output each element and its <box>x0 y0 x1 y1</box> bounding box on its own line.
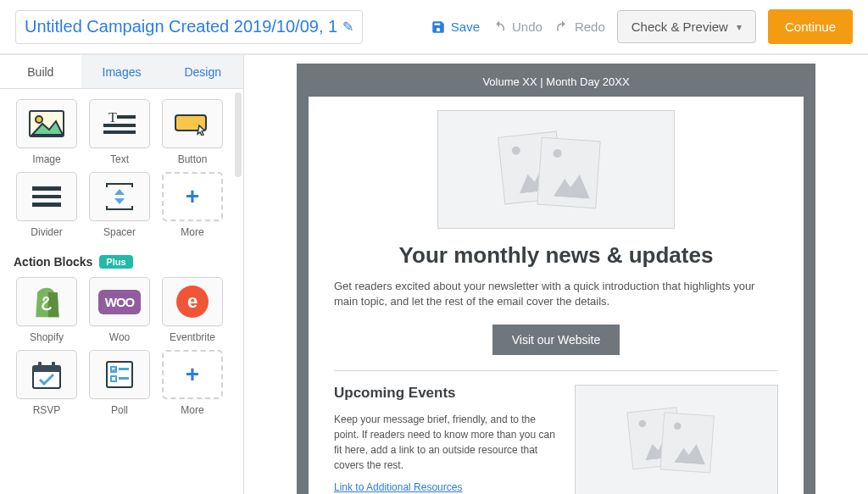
block-button-label: Button <box>178 153 208 165</box>
block-action-more[interactable]: + More <box>159 350 225 416</box>
content-blocks-grid: Image T Text <box>14 99 230 238</box>
placeholder-photos-icon <box>501 127 611 212</box>
newsletter-intro[interactable]: Get readers excited about your newslette… <box>334 279 778 309</box>
continue-button[interactable]: Continue <box>768 9 853 44</box>
two-column-section: Upcoming Events Keep your message brief,… <box>334 385 778 494</box>
rsvp-block-card[interactable] <box>16 350 77 399</box>
text-icon: T <box>102 110 137 137</box>
action-blocks-heading-text: Action Blocks <box>14 255 92 269</box>
image-block-card[interactable] <box>16 99 77 148</box>
redo-button[interactable]: Redo <box>554 19 605 35</box>
eventbrite-block-card[interactable]: e <box>162 277 223 326</box>
hero-image-placeholder[interactable] <box>437 110 675 229</box>
block-divider[interactable]: Divider <box>14 172 80 238</box>
main-area: Build Images Design Image <box>0 54 868 494</box>
svg-rect-7 <box>32 186 61 191</box>
image-icon <box>29 110 64 137</box>
block-more-label: More <box>181 226 203 238</box>
block-eventbrite[interactable]: e Eventbrite <box>159 277 225 343</box>
block-button[interactable]: Button <box>159 99 225 165</box>
save-button[interactable]: Save <box>431 19 480 35</box>
button-block-card[interactable] <box>162 99 223 148</box>
email-canvas[interactable]: Volume XX | Month Day 20XX Your monthly … <box>244 55 868 494</box>
block-eventbrite-label: Eventbrite <box>170 331 215 343</box>
campaign-title-text: Untitled Campaign Created 2019/10/09, 1 <box>25 17 337 36</box>
action-blocks-heading: Action Blocks Plus <box>14 255 230 269</box>
events-heading[interactable]: Upcoming Events <box>334 385 558 402</box>
action-blocks-grid: Shopify Woo Woo e Eventbrite <box>14 277 230 416</box>
text-block-card[interactable]: T <box>89 99 150 148</box>
events-column[interactable]: Upcoming Events Keep your message brief,… <box>334 385 558 494</box>
spacer-block-card[interactable] <box>89 172 150 221</box>
tab-images[interactable]: Images <box>81 55 163 88</box>
divider-block-card[interactable] <box>16 172 77 221</box>
save-label: Save <box>451 19 480 34</box>
save-icon <box>431 19 446 35</box>
block-action-more-label: More <box>181 404 203 416</box>
scrollbar[interactable] <box>235 92 242 177</box>
block-woo-label: Woo <box>109 331 130 343</box>
check-preview-label: Check & Preview <box>632 19 728 34</box>
svg-rect-20 <box>119 377 129 380</box>
block-image[interactable]: Image <box>14 99 80 165</box>
svg-rect-16 <box>107 362 132 387</box>
sidebar-tabs: Build Images Design <box>0 55 243 89</box>
email-frame: Volume XX | Month Day 20XX Your monthly … <box>297 64 815 494</box>
svg-point-1 <box>36 116 42 123</box>
block-more[interactable]: + More <box>159 172 225 238</box>
svg-rect-15 <box>52 362 55 369</box>
rsvp-icon <box>30 359 64 390</box>
placeholder-photos-icon <box>630 404 724 476</box>
undo-label: Undo <box>512 19 542 34</box>
events-image-placeholder[interactable] <box>575 385 778 494</box>
check-preview-button[interactable]: Check & Preview ▾ <box>617 10 756 43</box>
block-spacer-label: Spacer <box>103 226 136 238</box>
svg-rect-8 <box>32 195 61 198</box>
shopify-block-card[interactable] <box>16 277 77 326</box>
top-toolbar: Untitled Campaign Created 2019/10/09, 1 … <box>0 0 868 54</box>
email-divider[interactable] <box>334 370 778 371</box>
undo-icon <box>492 19 507 35</box>
additional-resources-link[interactable]: Link to Additional Resources <box>334 481 462 493</box>
block-poll-label: Poll <box>111 404 128 416</box>
newsletter-headline[interactable]: Your monthly news & updates <box>334 242 778 269</box>
button-icon <box>174 112 211 136</box>
more-block-card[interactable]: + <box>162 172 223 221</box>
svg-rect-5 <box>103 130 136 134</box>
svg-rect-9 <box>32 203 61 207</box>
poll-block-card[interactable] <box>89 350 150 399</box>
svg-rect-18 <box>119 368 129 370</box>
campaign-title-field[interactable]: Untitled Campaign Created 2019/10/09, 1 … <box>15 10 363 44</box>
tab-build[interactable]: Build <box>0 55 81 88</box>
edit-title-icon[interactable]: ✎ <box>342 19 353 35</box>
volume-bar[interactable]: Volume XX | Month Day 20XX <box>309 75 804 97</box>
plus-badge: Plus <box>99 255 132 269</box>
block-shopify-label: Shopify <box>30 331 64 343</box>
block-text[interactable]: T Text <box>86 99 153 165</box>
block-rsvp-label: RSVP <box>33 404 61 416</box>
block-spacer[interactable]: Spacer <box>86 172 153 238</box>
plus-icon: + <box>186 361 199 388</box>
svg-rect-3 <box>117 115 136 119</box>
blocks-panel: Image T Text <box>0 89 243 426</box>
poll-icon <box>104 359 135 390</box>
block-poll[interactable]: Poll <box>86 350 153 416</box>
plus-icon: + <box>186 183 199 210</box>
block-divider-label: Divider <box>31 226 62 238</box>
redo-label: Redo <box>575 19 605 34</box>
events-body[interactable]: Keep your message brief, friendly, and t… <box>334 412 558 473</box>
block-woo[interactable]: Woo Woo <box>86 277 153 343</box>
block-rsvp[interactable]: RSVP <box>14 350 80 416</box>
shopify-icon <box>31 285 63 319</box>
tab-design[interactable]: Design <box>162 55 243 88</box>
svg-marker-10 <box>114 189 125 195</box>
woo-block-card[interactable]: Woo <box>89 277 150 326</box>
svg-rect-4 <box>103 124 136 127</box>
action-more-card[interactable]: + <box>162 350 223 399</box>
redo-icon <box>554 19 570 35</box>
block-shopify[interactable]: Shopify <box>14 277 80 343</box>
woo-icon: Woo <box>98 290 142 314</box>
undo-button[interactable]: Undo <box>492 19 542 35</box>
block-image-label: Image <box>32 153 60 165</box>
visit-website-button[interactable]: Visit our Website <box>492 325 620 355</box>
